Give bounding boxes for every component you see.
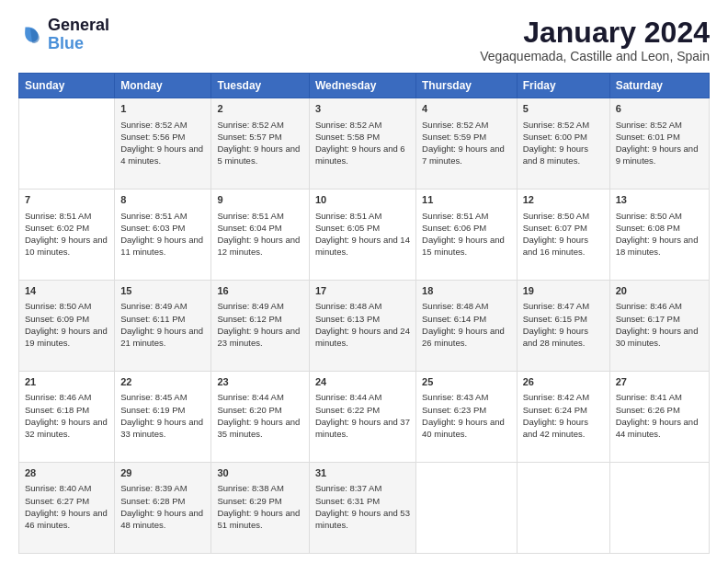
day-cell: 31 Sunrise: 8:37 AM Sunset: 6:31 PM Dayl…: [309, 463, 415, 554]
sunset-text: Sunset: 6:02 PM: [25, 223, 89, 233]
header: General Blue January 2024 Vegaquemada, C…: [18, 17, 710, 63]
subtitle: Vegaquemada, Castille and Leon, Spain: [480, 49, 710, 63]
day-cell: 5 Sunrise: 8:52 AM Sunset: 6:00 PM Dayli…: [517, 98, 609, 190]
day-number: 24: [315, 375, 410, 389]
daylight-text: Daylight: 9 hours and 42 minutes.: [523, 417, 588, 439]
day-cell: 22 Sunrise: 8:45 AM Sunset: 6:19 PM Dayl…: [115, 372, 211, 463]
sunrise-text: Sunrise: 8:51 AM: [315, 211, 381, 221]
sunrise-text: Sunrise: 8:52 AM: [217, 120, 283, 130]
logo: General Blue: [18, 17, 109, 53]
day-number: 18: [422, 284, 511, 298]
sunset-text: Sunset: 6:29 PM: [217, 496, 281, 506]
main-title: January 2024: [480, 17, 710, 49]
daylight-text: Daylight: 9 hours and 48 minutes.: [120, 508, 203, 530]
sunrise-text: Sunrise: 8:49 AM: [120, 301, 187, 311]
sunset-text: Sunset: 6:13 PM: [315, 314, 380, 324]
col-header-thursday: Thursday: [416, 74, 518, 98]
day-number: 28: [25, 466, 108, 480]
day-cell: 23 Sunrise: 8:44 AM Sunset: 6:20 PM Dayl…: [211, 372, 310, 463]
week-row-5: 28 Sunrise: 8:40 AM Sunset: 6:27 PM Dayl…: [19, 463, 710, 554]
sunrise-text: Sunrise: 8:47 AM: [523, 301, 589, 311]
daylight-text: Daylight: 9 hours and 28 minutes.: [523, 326, 588, 348]
sunrise-text: Sunrise: 8:51 AM: [217, 211, 283, 221]
sunset-text: Sunset: 6:15 PM: [523, 314, 587, 324]
day-number: 13: [616, 193, 703, 207]
day-number: 14: [25, 284, 108, 298]
sunrise-text: Sunrise: 8:44 AM: [315, 392, 381, 402]
day-cell: 6 Sunrise: 8:52 AM Sunset: 6:01 PM Dayli…: [609, 98, 709, 190]
day-cell: 4 Sunrise: 8:52 AM Sunset: 5:59 PM Dayli…: [416, 98, 518, 190]
col-header-sunday: Sunday: [19, 74, 115, 98]
day-number: 30: [217, 466, 303, 480]
sunset-text: Sunset: 6:27 PM: [25, 496, 89, 506]
day-number: 4: [422, 102, 511, 116]
sunset-text: Sunset: 5:57 PM: [217, 132, 281, 142]
daylight-text: Daylight: 9 hours and 16 minutes.: [523, 235, 588, 257]
daylight-text: Daylight: 9 hours and 14 minutes.: [315, 235, 410, 257]
day-cell: 15 Sunrise: 8:49 AM Sunset: 6:11 PM Dayl…: [115, 281, 211, 372]
sunrise-text: Sunrise: 8:43 AM: [422, 392, 488, 402]
sunset-text: Sunset: 6:24 PM: [523, 405, 587, 415]
sunset-text: Sunset: 6:18 PM: [25, 405, 89, 415]
daylight-text: Daylight: 9 hours and 7 minutes.: [422, 144, 505, 166]
day-cell: 16 Sunrise: 8:49 AM Sunset: 6:12 PM Dayl…: [211, 281, 310, 372]
daylight-text: Daylight: 9 hours and 35 minutes.: [217, 417, 300, 439]
col-header-saturday: Saturday: [609, 74, 709, 98]
header-row: SundayMondayTuesdayWednesdayThursdayFrid…: [19, 74, 710, 98]
daylight-text: Daylight: 9 hours and 10 minutes.: [25, 235, 108, 257]
day-cell: [19, 98, 115, 190]
daylight-text: Daylight: 9 hours and 26 minutes.: [422, 326, 505, 348]
sunrise-text: Sunrise: 8:46 AM: [616, 301, 682, 311]
daylight-text: Daylight: 9 hours and 21 minutes.: [120, 326, 203, 348]
day-cell: 11 Sunrise: 8:51 AM Sunset: 6:06 PM Dayl…: [416, 190, 518, 281]
day-number: 8: [120, 193, 205, 207]
daylight-text: Daylight: 9 hours and 19 minutes.: [25, 326, 108, 348]
daylight-text: Daylight: 9 hours and 8 minutes.: [523, 144, 588, 166]
sunset-text: Sunset: 6:14 PM: [422, 314, 486, 324]
sunset-text: Sunset: 6:06 PM: [422, 223, 486, 233]
day-cell: [416, 463, 518, 554]
day-cell: 12 Sunrise: 8:50 AM Sunset: 6:07 PM Dayl…: [517, 190, 609, 281]
sunrise-text: Sunrise: 8:45 AM: [120, 392, 187, 402]
day-cell: 21 Sunrise: 8:46 AM Sunset: 6:18 PM Dayl…: [19, 372, 115, 463]
calendar-table: SundayMondayTuesdayWednesdayThursdayFrid…: [18, 73, 710, 554]
col-header-wednesday: Wednesday: [309, 74, 415, 98]
sunrise-text: Sunrise: 8:52 AM: [422, 120, 488, 130]
day-cell: [609, 463, 709, 554]
day-cell: 19 Sunrise: 8:47 AM Sunset: 6:15 PM Dayl…: [517, 281, 609, 372]
day-number: 20: [616, 284, 703, 298]
daylight-text: Daylight: 9 hours and 23 minutes.: [217, 326, 300, 348]
sunrise-text: Sunrise: 8:48 AM: [315, 301, 381, 311]
logo-line2: Blue: [48, 35, 109, 53]
day-cell: 17 Sunrise: 8:48 AM Sunset: 6:13 PM Dayl…: [309, 281, 415, 372]
day-number: 17: [315, 284, 410, 298]
day-number: 23: [217, 375, 303, 389]
week-row-1: 1 Sunrise: 8:52 AM Sunset: 5:56 PM Dayli…: [19, 98, 710, 190]
day-cell: 13 Sunrise: 8:50 AM Sunset: 6:08 PM Dayl…: [609, 190, 709, 281]
day-cell: 25 Sunrise: 8:43 AM Sunset: 6:23 PM Dayl…: [416, 372, 518, 463]
day-number: 3: [315, 102, 410, 116]
sunrise-text: Sunrise: 8:51 AM: [120, 211, 187, 221]
sunset-text: Sunset: 6:23 PM: [422, 405, 486, 415]
sunset-text: Sunset: 5:59 PM: [422, 132, 486, 142]
sunset-text: Sunset: 6:26 PM: [616, 405, 680, 415]
sunrise-text: Sunrise: 8:50 AM: [616, 211, 682, 221]
daylight-text: Daylight: 9 hours and 33 minutes.: [120, 417, 203, 439]
daylight-text: Daylight: 9 hours and 32 minutes.: [25, 417, 108, 439]
day-cell: 28 Sunrise: 8:40 AM Sunset: 6:27 PM Dayl…: [19, 463, 115, 554]
daylight-text: Daylight: 9 hours and 5 minutes.: [217, 144, 300, 166]
title-block: January 2024 Vegaquemada, Castille and L…: [480, 17, 710, 63]
sunset-text: Sunset: 6:11 PM: [120, 314, 185, 324]
sunrise-text: Sunrise: 8:52 AM: [523, 120, 589, 130]
sunset-text: Sunset: 6:01 PM: [616, 132, 680, 142]
page: General Blue January 2024 Vegaquemada, C…: [0, 0, 728, 563]
day-cell: 1 Sunrise: 8:52 AM Sunset: 5:56 PM Dayli…: [115, 98, 211, 190]
sunrise-text: Sunrise: 8:39 AM: [120, 483, 187, 493]
day-number: 12: [523, 193, 604, 207]
sunrise-text: Sunrise: 8:41 AM: [616, 392, 682, 402]
sunrise-text: Sunrise: 8:51 AM: [25, 211, 91, 221]
day-cell: 2 Sunrise: 8:52 AM Sunset: 5:57 PM Dayli…: [211, 98, 310, 190]
day-number: 26: [523, 375, 604, 389]
sunset-text: Sunset: 6:31 PM: [315, 496, 380, 506]
day-number: 10: [315, 193, 410, 207]
